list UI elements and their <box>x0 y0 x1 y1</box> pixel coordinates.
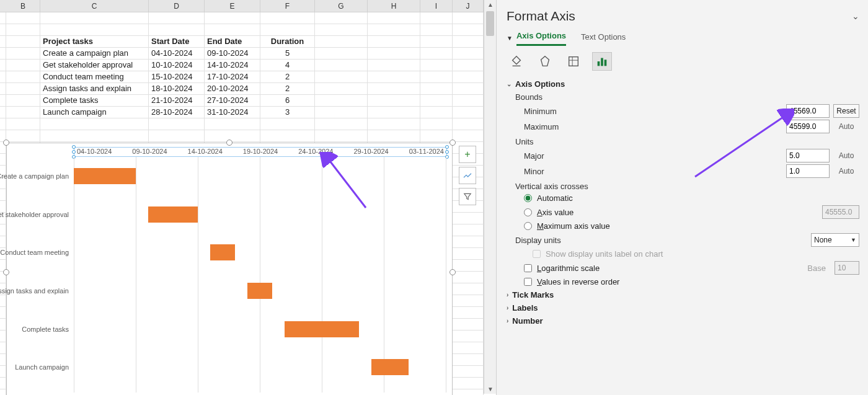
table-row[interactable]: Assign tasks and explain18-10-202420-10-… <box>0 83 484 95</box>
display-units-select[interactable]: None ▼ <box>811 233 859 247</box>
vac-max-radio[interactable] <box>524 222 532 230</box>
col-head-h[interactable]: H <box>368 0 420 12</box>
chart-filter-button[interactable] <box>459 188 476 205</box>
gantt-bar[interactable] <box>210 244 235 260</box>
col-head-i[interactable]: I <box>420 0 453 12</box>
svg-rect-2 <box>569 57 578 66</box>
col-head-g[interactable]: G <box>315 0 368 12</box>
chart-add-element-button[interactable]: + <box>459 146 476 163</box>
section-labels[interactable]: › Labels <box>507 303 859 313</box>
scrollbar-thumb[interactable] <box>486 11 494 36</box>
table-row[interactable]: Create a campaign plan04-10-202409-10-20… <box>0 48 484 60</box>
cell-end[interactable]: 09-10-2024 <box>205 48 260 59</box>
th-duration[interactable]: Duration <box>260 36 315 47</box>
axis-handle[interactable] <box>72 145 76 149</box>
vac-axis-value-radio[interactable] <box>524 208 532 216</box>
cell-duration[interactable]: 5 <box>260 48 315 59</box>
vertical-scrollbar[interactable]: ▲ ▼ <box>484 0 496 394</box>
cell-start[interactable]: 18-10-2024 <box>149 83 205 94</box>
section-tick-marks[interactable]: › Tick Marks <box>507 290 859 300</box>
pane-collapse-icon[interactable]: ⌄ <box>852 11 859 21</box>
col-head-f[interactable]: F <box>260 0 315 12</box>
cell-start[interactable]: 15-10-2024 <box>149 71 205 82</box>
maximum-input[interactable] <box>786 120 830 133</box>
cell-task[interactable]: Get stakeholder approval <box>40 60 149 71</box>
th-start-date[interactable]: Start Date <box>149 36 205 47</box>
cell-task[interactable]: Complete tasks <box>40 95 149 106</box>
chart-element-buttons: + <box>459 146 477 209</box>
table-row[interactable]: Launch campaign28-10-202431-10-20243 <box>0 107 484 118</box>
cell-duration[interactable]: 2 <box>260 83 315 94</box>
cell-task[interactable]: Create a campaign plan <box>40 48 149 59</box>
resize-handle[interactable] <box>226 140 232 146</box>
axis-handle[interactable] <box>445 145 449 149</box>
tab-axis-options[interactable]: Axis Options <box>516 30 566 46</box>
gantt-bar[interactable] <box>247 283 272 299</box>
minor-input[interactable] <box>786 164 830 178</box>
major-input[interactable] <box>786 149 830 162</box>
x-tick-label: 24-10-2024 <box>298 148 333 156</box>
cell-end[interactable]: 20-10-2024 <box>205 83 260 94</box>
axis-options-icon[interactable] <box>592 52 612 71</box>
th-project-tasks[interactable]: Project tasks <box>40 36 149 47</box>
minimum-reset-button[interactable]: Reset <box>833 104 859 118</box>
cell-end[interactable]: 31-10-2024 <box>205 107 260 118</box>
cell-task[interactable]: Launch campaign <box>40 107 149 118</box>
effects-icon[interactable] <box>535 52 555 71</box>
cell-start[interactable]: 21-10-2024 <box>149 95 205 106</box>
cell-duration[interactable]: 2 <box>260 71 315 82</box>
col-head-c[interactable]: C <box>40 0 149 12</box>
sheet-body[interactable]: Project tasks Start Date End Date Durati… <box>0 12 484 394</box>
col-head-j[interactable]: J <box>453 0 484 12</box>
size-properties-icon[interactable] <box>564 52 583 71</box>
table-row[interactable]: Complete tasks21-10-202427-10-20246 <box>0 95 484 107</box>
base-label: Base <box>807 264 826 273</box>
resize-handle[interactable] <box>450 269 456 275</box>
reverse-order-checkbox[interactable] <box>524 278 532 286</box>
scroll-up-icon[interactable]: ▲ <box>487 1 494 8</box>
col-head-e[interactable]: E <box>205 0 260 12</box>
base-input <box>835 261 859 275</box>
cell-duration[interactable]: 3 <box>260 107 315 118</box>
cell-start[interactable]: 28-10-2024 <box>149 107 205 118</box>
tab-text-options[interactable]: Text Options <box>581 31 626 45</box>
fill-line-icon[interactable] <box>507 52 526 71</box>
vertical-axis-crosses-label: Vertical axis crosses <box>515 182 859 191</box>
resize-handle[interactable] <box>450 140 456 146</box>
section-number[interactable]: › Number <box>507 316 859 326</box>
gantt-chart[interactable]: 04-10-202409-10-202414-10-202419-10-2024… <box>6 143 453 395</box>
vac-automatic-radio[interactable] <box>524 194 532 202</box>
col-head-d[interactable]: D <box>149 0 205 12</box>
resize-handle[interactable] <box>3 269 9 275</box>
resize-handle[interactable] <box>3 140 9 146</box>
gantt-bar[interactable] <box>371 359 409 375</box>
plot-area[interactable]: Create a campaign planGet stakeholder ap… <box>74 157 447 393</box>
gantt-bar[interactable] <box>285 321 359 337</box>
chart-styles-button[interactable] <box>459 167 476 184</box>
col-head-b[interactable]: B <box>6 0 40 12</box>
cell-end[interactable]: 17-10-2024 <box>205 71 260 82</box>
spreadsheet-area: B C D E F G H I J Project tasks Start Da… <box>0 0 496 395</box>
cell-task[interactable]: Assign tasks and explain <box>40 83 149 94</box>
cell-start[interactable]: 10-10-2024 <box>149 60 205 71</box>
table-row[interactable]: Get stakeholder approval10-10-202414-10-… <box>0 60 484 71</box>
axis-handle[interactable] <box>445 150 449 154</box>
cell-task[interactable]: Conduct team meeting <box>40 71 149 82</box>
tab-dropdown-icon[interactable]: ▼ <box>507 35 513 42</box>
gantt-bar[interactable] <box>148 206 198 223</box>
minimum-input[interactable] <box>786 104 830 118</box>
format-axis-pane: Format Axis ⌄ ▼ Axis Options Text Option… <box>496 0 868 395</box>
cell-end[interactable]: 14-10-2024 <box>205 60 260 71</box>
scroll-down-icon[interactable]: ▼ <box>487 386 494 393</box>
cell-start[interactable]: 04-10-2024 <box>149 48 205 59</box>
axis-handle[interactable] <box>72 150 76 154</box>
table-row[interactable]: Conduct team meeting15-10-202417-10-2024… <box>0 71 484 83</box>
cell-end[interactable]: 27-10-2024 <box>205 95 260 106</box>
cell-duration[interactable]: 4 <box>260 60 315 71</box>
log-scale-checkbox[interactable] <box>524 264 532 272</box>
th-end-date[interactable]: End Date <box>205 36 260 47</box>
gantt-bar[interactable] <box>74 168 136 184</box>
chart-x-axis[interactable]: 04-10-202409-10-202414-10-202419-10-2024… <box>74 147 447 157</box>
cell-duration[interactable]: 6 <box>260 95 315 106</box>
section-axis-options[interactable]: ⌄ Axis Options <box>507 79 859 89</box>
